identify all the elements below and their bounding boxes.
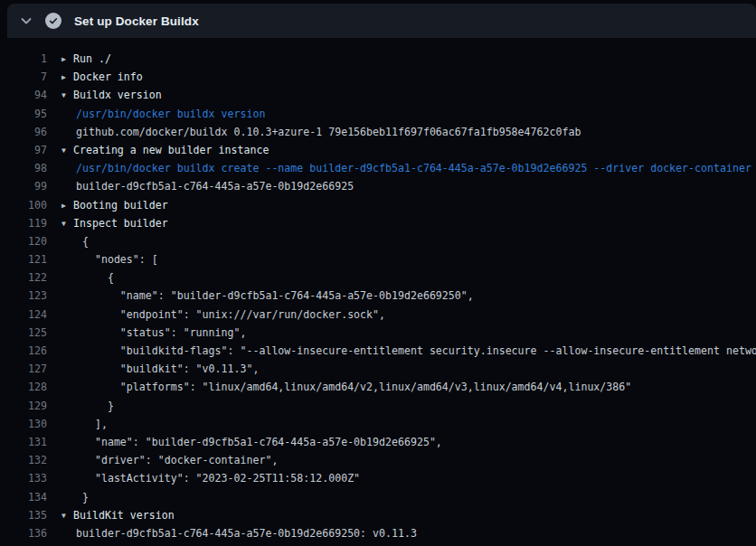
log-group-label: Buildx version	[73, 89, 162, 101]
log-line: 97▼Creating a new builder instance	[0, 141, 756, 159]
line-number[interactable]: 120	[0, 232, 47, 250]
line-number[interactable]: 125	[0, 324, 47, 342]
line-number[interactable]: 97	[0, 141, 47, 159]
log-output-text: builder-d9cfb5a1-c764-445a-a57e-0b19d2e6…	[47, 524, 756, 542]
log-line: 133 "lastActivity": "2023-02-25T11:58:12…	[0, 469, 756, 487]
log-line: 96github.com/docker/buildx 0.10.3+azure-…	[0, 123, 756, 141]
line-number[interactable]: 131	[0, 433, 47, 451]
line-number[interactable]: 128	[0, 378, 47, 396]
log-output-text: "endpoint": "unix:///var/run/docker.sock…	[47, 306, 756, 324]
log-group-header[interactable]: ▼Buildx version	[47, 86, 756, 104]
log-output-text: {	[47, 268, 756, 287]
log-command-text: /usr/bin/docker buildx version	[47, 105, 756, 123]
line-number[interactable]: 96	[0, 123, 47, 141]
log-line: 136builder-d9cfb5a1-c764-445a-a57e-0b19d…	[0, 524, 756, 542]
log-line: 135▼BuildKit version	[0, 506, 756, 524]
log-group-label: Inspect builder	[73, 217, 168, 230]
triangle-down-icon: ▼	[61, 215, 73, 232]
log-group-label: Creating a new builder instance	[73, 144, 269, 156]
line-number[interactable]: 132	[0, 451, 47, 469]
log-line: 129 }	[0, 397, 756, 415]
step-status-badge	[45, 13, 61, 29]
line-number[interactable]: 119	[0, 214, 47, 232]
log-line: 119▼Inspect builder	[0, 214, 756, 232]
log-line: 126 "buildkitd-flags": "--allow-insecure…	[0, 342, 756, 360]
line-number[interactable]: 98	[0, 159, 47, 177]
log-line: 121 "nodes": [	[0, 250, 756, 268]
log-line: 127 "buildkit": "v0.11.3",	[0, 360, 756, 378]
triangle-down-icon: ▼	[61, 142, 73, 159]
log-output-text: "status": "running",	[47, 324, 756, 342]
log-output-text: builder-d9cfb5a1-c764-445a-a57e-0b19d2e6…	[47, 177, 756, 195]
step-header[interactable]: Set up Docker Buildx	[7, 4, 756, 38]
line-number[interactable]: 126	[0, 342, 47, 360]
line-number[interactable]: 136	[0, 524, 47, 542]
log-line: 7▶Docker info	[0, 68, 756, 86]
line-number[interactable]: 94	[0, 86, 47, 104]
log-output-text: }	[47, 397, 756, 415]
log-group-header[interactable]: ▼Inspect builder	[47, 214, 756, 232]
line-number[interactable]: 133	[0, 469, 47, 487]
log-group-header[interactable]: ▶Run ./	[47, 50, 756, 68]
log-group-label: BuildKit version	[73, 509, 175, 522]
log-group-header[interactable]: ▼BuildKit version	[47, 506, 756, 524]
triangle-right-icon: ▶	[61, 51, 73, 68]
triangle-down-icon: ▼	[61, 87, 73, 104]
line-number[interactable]: 124	[0, 306, 47, 324]
log-line: 128 "platforms": "linux/amd64,linux/amd6…	[0, 378, 756, 396]
collapse-step-button[interactable]	[14, 9, 38, 33]
log-line: 120 {	[0, 232, 756, 250]
log-line: 95/usr/bin/docker buildx version	[0, 105, 756, 123]
log-output-text: "driver": "docker-container",	[47, 451, 756, 469]
log-output-text: "nodes": [	[47, 250, 756, 268]
line-number[interactable]: 95	[0, 105, 47, 123]
log-output-text: {	[47, 232, 756, 250]
log-line: 134 }	[0, 488, 756, 506]
log-line: 130 ],	[0, 415, 756, 433]
log-output-text: "lastActivity": "2023-02-25T11:58:12.000…	[47, 469, 756, 487]
line-number[interactable]: 7	[0, 68, 47, 86]
log-line: 123 "name": "builder-d9cfb5a1-c764-445a-…	[0, 287, 756, 305]
line-number[interactable]: 1	[0, 50, 47, 68]
line-number[interactable]: 121	[0, 250, 47, 268]
line-number[interactable]: 127	[0, 360, 47, 378]
log-line: 132 "driver": "docker-container",	[0, 451, 756, 469]
log-line: 94▼Buildx version	[0, 86, 756, 104]
line-number[interactable]: 129	[0, 397, 47, 415]
log-group-header[interactable]: ▶Docker info	[47, 68, 756, 86]
line-number[interactable]: 99	[0, 177, 47, 195]
log-group-label: Booting builder	[73, 199, 168, 212]
log-line: 125 "status": "running",	[0, 324, 756, 342]
log-output-text: "buildkitd-flags": "--allow-insecure-ent…	[47, 342, 756, 360]
log-group-header[interactable]: ▶Booting builder	[47, 196, 756, 214]
log-group-label: Run ./	[73, 52, 111, 65]
log-line: 100▶Booting builder	[0, 196, 756, 214]
log-line: 124 "endpoint": "unix:///var/run/docker.…	[0, 306, 756, 324]
log-output-text: "name": "builder-d9cfb5a1-c764-445a-a57e…	[47, 287, 756, 305]
log-output-text: "platforms": "linux/amd64,linux/amd64/v2…	[47, 378, 756, 396]
triangle-right-icon: ▶	[61, 197, 73, 214]
line-number[interactable]: 135	[0, 506, 47, 524]
line-number[interactable]: 122	[0, 268, 47, 287]
line-number[interactable]: 130	[0, 415, 47, 433]
log-lines: 1▶Run ./7▶Docker info94▼Buildx version95…	[0, 38, 756, 546]
log-output-text: "buildkit": "v0.11.3",	[47, 360, 756, 378]
log-group-header[interactable]: ▼Creating a new builder instance	[47, 141, 756, 159]
check-icon	[48, 15, 59, 26]
log-line: 1▶Run ./	[0, 50, 756, 68]
line-number[interactable]: 134	[0, 488, 47, 506]
log-line: 99builder-d9cfb5a1-c764-445a-a57e-0b19d2…	[0, 177, 756, 195]
log-output-text: ],	[47, 415, 756, 433]
step-title: Set up Docker Buildx	[74, 14, 199, 28]
log-line: 98/usr/bin/docker buildx create --name b…	[0, 159, 756, 177]
log-output-text: }	[47, 488, 756, 506]
log-line: 122 {	[0, 268, 756, 287]
triangle-down-icon: ▼	[61, 507, 73, 524]
log-line: 131 "name": "builder-d9cfb5a1-c764-445a-…	[0, 433, 756, 451]
chevron-down-icon	[19, 14, 33, 28]
line-number[interactable]: 123	[0, 287, 47, 305]
log-command-text: /usr/bin/docker buildx create --name bui…	[47, 159, 756, 177]
triangle-right-icon: ▶	[61, 69, 73, 86]
line-number[interactable]: 100	[0, 196, 47, 214]
log-group-label: Docker info	[73, 71, 143, 83]
